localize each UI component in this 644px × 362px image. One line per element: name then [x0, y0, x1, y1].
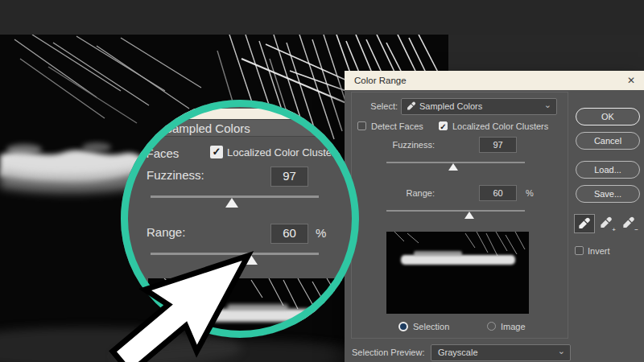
fuzziness-label: Fuzziness:: [351, 140, 435, 150]
localized-clusters-checkbox[interactable]: ✓: [439, 121, 448, 130]
plus-glyph: +: [612, 227, 616, 233]
fuzziness-input[interactable]: 97: [479, 137, 517, 153]
selection-preview-dropdown[interactable]: Grayscale ⌄: [431, 344, 571, 361]
range-input[interactable]: 60: [479, 185, 517, 201]
detect-faces-checkbox[interactable]: [357, 121, 366, 130]
app-top-bar: [0, 0, 644, 35]
selection-preview-value: Grayscale: [438, 346, 478, 360]
eyedropper-sample-button[interactable]: [574, 214, 595, 233]
close-icon[interactable]: ✕: [625, 71, 638, 90]
range-slider-thumb[interactable]: [464, 212, 474, 219]
cursor-arrow: [80, 248, 266, 362]
selection-radio[interactable]: [398, 322, 408, 331]
range-label: Range:: [351, 188, 435, 199]
cancel-button[interactable]: Cancel: [576, 132, 640, 150]
eyedropper-minus-icon: [622, 216, 635, 229]
invert-checkbox[interactable]: [575, 246, 584, 255]
eyedropper-plus-icon: [600, 216, 613, 229]
image-radio[interactable]: [487, 322, 496, 331]
chevron-down-icon: ⌄: [544, 98, 551, 112]
select-value: Sampled Colors: [419, 100, 482, 113]
dialog-title: Color Range: [354, 71, 407, 90]
select-dropdown[interactable]: Sampled Colors ⌄: [401, 98, 557, 115]
range-slider-track[interactable]: [386, 210, 525, 212]
color-range-dialog: Color Range ✕ Select: Sampled Colors ⌄ D…: [345, 71, 644, 362]
ok-button[interactable]: OK: [576, 108, 640, 125]
selection-preview-label: Selection Preview:: [352, 348, 425, 358]
image-radio-label: Image: [501, 322, 526, 332]
dialog-titlebar: Color Range ✕: [345, 71, 644, 90]
fuzziness-slider-thumb[interactable]: [448, 163, 458, 171]
invert-label: Invert: [588, 246, 610, 257]
eyedropper-icon: [407, 101, 416, 111]
screenshot-root: Color Range ✕ Select: Sampled Colors ⌄ D…: [0, 0, 644, 362]
range-unit: %: [526, 188, 534, 199]
minus-glyph: −: [634, 227, 638, 233]
eyedropper-subtract-button[interactable]: −: [619, 214, 640, 233]
detect-faces-label: Detect Faces: [371, 121, 423, 132]
localized-clusters-label: Localized Color Clusters: [452, 121, 548, 132]
eyedropper-add-button[interactable]: +: [597, 214, 617, 233]
save-button[interactable]: Save...: [576, 185, 640, 203]
eyedropper-icon: [578, 217, 591, 230]
select-label: Select:: [351, 101, 398, 112]
chevron-down-icon: ⌄: [558, 344, 565, 358]
preview-thumbnail: [386, 232, 529, 314]
selection-radio-label: Selection: [413, 322, 449, 332]
load-button[interactable]: Load...: [576, 161, 640, 179]
